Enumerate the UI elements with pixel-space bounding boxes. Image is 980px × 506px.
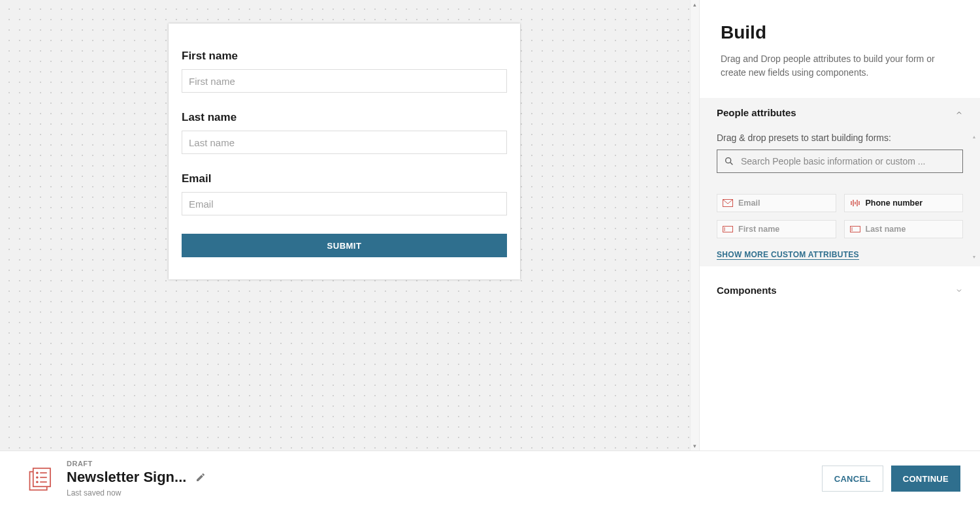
footer-left: DRAFT Newsletter Sign... Last saved now — [27, 460, 206, 498]
panel-scrollbar[interactable]: ▴▾ — [971, 134, 977, 260]
sidebar-header: Build Drag and Drop people attributes to… — [700, 0, 980, 98]
form-canvas[interactable]: First name Last name Email SUBMIT ▴ ▾ — [0, 0, 699, 451]
mail-icon — [723, 199, 733, 207]
search-icon — [724, 156, 734, 166]
attributes-hint: Drag & drop presets to start building fo… — [717, 133, 963, 143]
email-input[interactable] — [182, 192, 507, 215]
chevron-up-icon — [955, 109, 963, 117]
text-field-icon — [850, 225, 860, 233]
accordion-label: Components — [717, 285, 777, 296]
field-label: Last name — [182, 111, 507, 124]
accordion-people-attributes[interactable]: People attributes — [700, 98, 980, 127]
last-name-input[interactable] — [182, 131, 507, 154]
draft-badge: DRAFT — [67, 460, 206, 467]
main-area: First name Last name Email SUBMIT ▴ ▾ — [0, 0, 980, 451]
forms-icon — [27, 465, 55, 492]
preset-phone-number[interactable]: Phone number — [844, 194, 964, 212]
app-root: First name Last name Email SUBMIT ▴ ▾ — [0, 0, 980, 506]
scroll-up-icon[interactable]: ▴ — [691, 0, 699, 9]
build-sidebar: Build Drag and Drop people attributes to… — [699, 0, 980, 451]
submit-button[interactable]: SUBMIT — [182, 234, 507, 257]
last-saved-text: Last saved now — [67, 488, 206, 498]
svg-line-1 — [730, 163, 732, 165]
preset-label: Phone number — [866, 198, 923, 208]
scroll-down-icon[interactable]: ▾ — [691, 441, 699, 451]
preset-label: Last name — [866, 225, 906, 234]
form-field-email[interactable]: Email — [182, 172, 507, 215]
footer-meta: DRAFT Newsletter Sign... Last saved now — [67, 460, 206, 498]
chevron-down-icon — [955, 287, 963, 294]
preset-label: Email — [738, 198, 760, 208]
accordion-components[interactable]: Components — [700, 276, 980, 305]
form-field-first-name[interactable]: First name — [182, 50, 507, 93]
form-field-last-name[interactable]: Last name — [182, 111, 507, 154]
sidebar-title: Build — [721, 22, 959, 43]
bars-icon — [850, 199, 860, 207]
text-field-icon — [723, 225, 733, 233]
footer-actions: CANCEL CONTINUE — [822, 466, 960, 492]
accordion-label: People attributes — [717, 107, 796, 118]
people-attributes-panel: ▴▾ Drag & drop presets to start building… — [700, 127, 980, 266]
edit-title-icon[interactable] — [195, 472, 206, 482]
preset-first-name[interactable]: First name — [717, 220, 836, 238]
show-more-attributes-link[interactable]: SHOW MORE CUSTOM ATTRIBUTES — [717, 250, 859, 260]
svg-point-14 — [36, 472, 39, 475]
canvas-scrollbar[interactable]: ▴ ▾ — [690, 0, 699, 451]
title-row: Newsletter Sign... — [67, 469, 206, 486]
svg-point-16 — [36, 477, 39, 479]
field-label: First name — [182, 50, 507, 63]
attribute-search-input[interactable] — [741, 156, 956, 166]
field-label: Email — [182, 172, 507, 185]
scroll-down-icon[interactable]: ▾ — [973, 254, 975, 260]
footer-bar: DRAFT Newsletter Sign... Last saved now … — [0, 451, 980, 506]
preset-email[interactable]: Email — [717, 194, 836, 212]
preset-grid: Email Phone number First name Last name — [717, 194, 963, 238]
sidebar-subtitle: Drag and Drop people attributes to build… — [721, 52, 959, 80]
continue-button[interactable]: CONTINUE — [891, 466, 960, 492]
form-card[interactable]: First name Last name Email SUBMIT — [169, 24, 520, 279]
cancel-button[interactable]: CANCEL — [822, 466, 883, 492]
svg-point-0 — [726, 158, 731, 163]
preset-label: First name — [738, 225, 779, 234]
svg-point-18 — [36, 481, 39, 484]
attribute-search[interactable] — [717, 150, 963, 173]
scroll-up-icon[interactable]: ▴ — [973, 134, 975, 140]
first-name-input[interactable] — [182, 69, 507, 93]
preset-last-name[interactable]: Last name — [844, 220, 964, 238]
form-title: Newsletter Sign... — [67, 469, 186, 486]
